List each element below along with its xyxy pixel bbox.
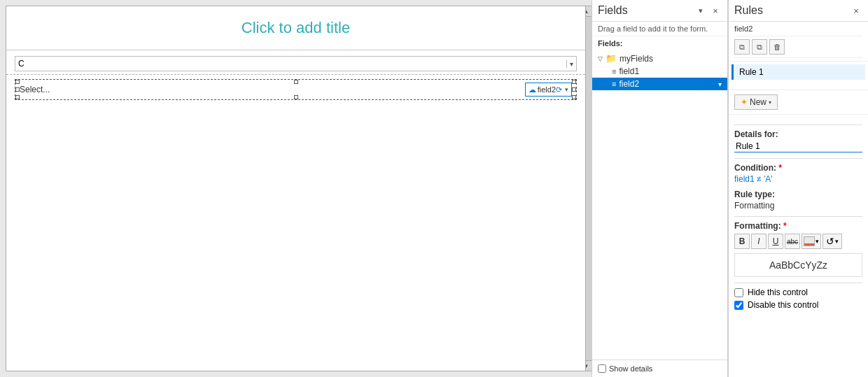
detail-for-label: Details for: <box>734 129 862 139</box>
fields-close-btn[interactable]: × <box>709 4 722 17</box>
field2-item-dropdown[interactable]: ▾ <box>718 80 722 88</box>
disable-control-checkbox[interactable] <box>734 301 743 310</box>
rules-close-btn[interactable]: × <box>850 4 862 17</box>
tree-item-field2[interactable]: ≡ field2 ▾ <box>592 78 727 90</box>
tree-item-field1[interactable]: ≡ field1 <box>592 65 727 78</box>
field2-icon: ≡ <box>612 80 616 88</box>
tree-folder-myfields[interactable]: ▽ 📁 myFields <box>592 52 727 65</box>
new-rule-btn[interactable]: ✦ New ▾ <box>734 94 778 110</box>
font-color-btn[interactable]: ▾ <box>802 234 821 249</box>
field2-dropdown-icon[interactable]: ▾ <box>565 86 568 93</box>
strikethrough-btn[interactable]: abc <box>785 234 800 249</box>
dropdown-value: C <box>15 59 24 69</box>
new-btn-label: New <box>750 97 766 107</box>
fields-footer: Show details <box>592 360 727 377</box>
condition-row: Condition: * field1 ≠ 'A' <box>734 163 862 184</box>
strikethrough-icon: abc <box>787 238 798 246</box>
new-chevron-icon: ▾ <box>769 99 771 106</box>
hide-control-checkbox[interactable] <box>734 288 743 297</box>
fields-panel: Fields ▾ × Drag a field to add it to the… <box>592 0 728 377</box>
dropdown-field[interactable]: C ▾ <box>15 56 577 71</box>
detail-for-row: Details for: <box>734 129 862 152</box>
field2-label: field2 <box>619 79 639 89</box>
field-row-dropdown: C ▾ <box>6 50 585 75</box>
font-color-underline <box>804 243 814 246</box>
rules-copy-btn[interactable]: ⧉ <box>734 39 750 55</box>
title-placeholder[interactable]: Click to add title <box>241 19 350 36</box>
condition-required: * <box>778 163 782 173</box>
form-canvas: Click to add title C ▾ Select... <box>6 6 586 371</box>
new-star-icon: ✦ <box>741 97 748 107</box>
fields-pin-btn[interactable]: ▾ <box>694 4 707 17</box>
rule-type-label: Rule type: <box>734 190 862 199</box>
field1-label: field1 <box>619 66 639 76</box>
formatting-row: Formatting: * B I U abc ▾ ↺ ▾ <box>734 221 862 277</box>
show-details-checkbox[interactable] <box>598 364 606 373</box>
folder-label: myFields <box>620 54 653 64</box>
rule-type-value: Formatting <box>734 201 862 211</box>
formatting-label: Formatting: * <box>734 221 862 231</box>
new-btn-container: ✦ New ▾ <box>729 90 868 115</box>
formatting-preview: AaBbCcYyZz <box>734 253 862 277</box>
hide-control-label: Hide this control <box>748 287 808 297</box>
disable-control-row: Disable this control <box>734 300 862 310</box>
font-color-indicator <box>804 236 815 246</box>
bold-btn[interactable]: B <box>734 234 750 249</box>
field2-badge-label: field2 <box>538 85 556 94</box>
select-row: Select... ☁ field2 ⟳ ▾ <box>15 80 576 99</box>
rules-toolbar: ⧉ ⧉ 🗑 <box>734 36 862 58</box>
rules-field-label: field2 <box>734 24 752 33</box>
rotate-btn[interactable]: ↺ ▾ <box>822 234 842 249</box>
rules-paste-btn[interactable]: ⧉ <box>752 39 767 55</box>
fields-tree: ▽ 📁 myFields ≡ field1 ≡ field2 ▾ <box>592 50 727 360</box>
field2-badge[interactable]: ☁ field2 ⟳ ▾ <box>525 83 572 97</box>
field1-icon: ≡ <box>612 67 616 76</box>
rules-field-name: field2 ⧉ ⧉ 🗑 <box>729 22 868 62</box>
rules-details: Details for: Condition: * field1 ≠ 'A' R… <box>729 115 868 377</box>
rotate-icon: ↺ <box>826 236 834 247</box>
rules-delete-btn[interactable]: 🗑 <box>769 39 785 55</box>
condition-label: Condition: * <box>734 163 862 173</box>
formatting-toolbar: B I U abc ▾ ↺ ▾ <box>734 234 862 249</box>
rules-header: Rules × <box>729 0 868 22</box>
disable-control-label: Disable this control <box>748 300 818 310</box>
field2-sync-icon: ⟳ <box>556 85 562 94</box>
folder-expand-icon[interactable]: ▽ <box>598 55 603 62</box>
rules-list: Rule 1 <box>729 62 868 90</box>
fields-subtitle: Drag a field to add it to the form. <box>592 22 727 36</box>
color-chevron[interactable]: ▾ <box>816 238 819 245</box>
select-field-container: Select... ☁ field2 ⟳ ▾ <box>6 75 585 104</box>
title-area[interactable]: Click to add title <box>6 6 585 50</box>
fields-controls: ▾ × <box>694 4 722 17</box>
rule-item-1[interactable]: Rule 1 <box>732 64 865 80</box>
formatting-required: * <box>783 221 787 231</box>
italic-btn[interactable]: I <box>751 234 766 249</box>
folder-icon: 📁 <box>606 53 617 64</box>
canvas-area: ▲ ▼ Click to add title C ▾ <box>0 0 592 377</box>
rule-name-input[interactable] <box>734 141 862 152</box>
underline-btn[interactable]: U <box>768 234 783 249</box>
fields-header: Fields ▾ × <box>592 0 727 22</box>
fields-title: Fields <box>598 4 628 17</box>
select-label: Select... <box>20 85 50 94</box>
field2-badge-icon: ☁ <box>528 85 536 94</box>
fields-section-label: Fields: <box>592 36 727 50</box>
dropdown-arrow[interactable]: ▾ <box>566 60 576 68</box>
selected-region: Select... ☁ field2 ⟳ ▾ <box>15 79 577 100</box>
hide-control-row: Hide this control <box>734 287 862 297</box>
rule-type-row: Rule type: Formatting <box>734 190 862 211</box>
show-details-label: Show details <box>609 364 652 373</box>
content-area[interactable] <box>6 104 585 160</box>
rotate-chevron[interactable]: ▾ <box>835 238 839 245</box>
rules-panel: Rules × field2 ⧉ ⧉ 🗑 Rule 1 ✦ New ▾ Deta… <box>728 0 868 377</box>
condition-value[interactable]: field1 ≠ 'A' <box>734 174 773 184</box>
rules-title: Rules <box>734 4 763 17</box>
